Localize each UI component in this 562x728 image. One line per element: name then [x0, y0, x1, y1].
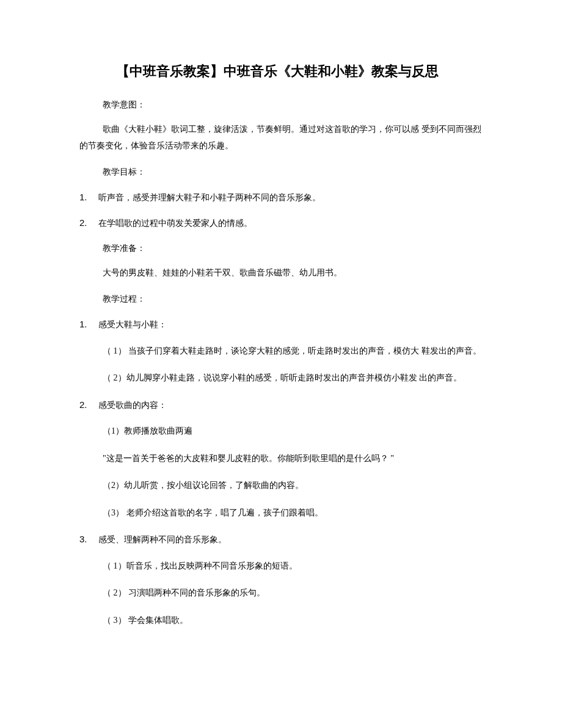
section-intent-label: 教学意图：	[103, 98, 483, 112]
process-quote: "这是一首关于爸爸的大皮鞋和婴儿皮鞋的歌。你能听到歌里唱的是什么吗？ "	[103, 451, 483, 467]
process-text: 感受歌曲的内容：	[98, 399, 167, 412]
process-text: 感受大鞋与小鞋：	[98, 318, 167, 332]
process-number: 1.	[79, 317, 87, 332]
goal-item: 2. 在学唱歌的过程中萌发关爱家人的情感。	[79, 216, 483, 230]
process-sub-item: （ 2）幼儿脚穿小鞋走路，说说穿小鞋的感受，听听走路时发出的声音并模仿小鞋发 出…	[79, 370, 483, 387]
goal-item: 1. 听声音，感受并理解大鞋子和小鞋子两种不同的音乐形象。	[79, 190, 483, 205]
goal-number: 1.	[79, 190, 87, 205]
goal-text: 在学唱歌的过程中萌发关爱家人的情感。	[98, 217, 252, 230]
process-sub-item: （ 3） 学会集体唱歌。	[103, 613, 483, 629]
process-text: 感受、理解两种不同的音乐形象。	[98, 533, 227, 547]
section-prep-body: 大号的男皮鞋、娃娃的小鞋若干双、歌曲音乐磁带、幼儿用书。	[103, 265, 483, 282]
section-prep-label: 教学准备：	[103, 242, 483, 255]
process-item: 2. 感受歌曲的内容：	[79, 398, 483, 412]
goal-number: 2.	[79, 216, 87, 230]
process-sub-item: （ 2） 习演唱两种不同的音乐形象的乐句。	[103, 585, 483, 602]
section-goals-label: 教学目标：	[103, 166, 483, 179]
section-process-label: 教学过程：	[103, 293, 483, 306]
process-item: 1. 感受大鞋与小鞋：	[79, 317, 483, 332]
process-sub-item: （1）教师播放歌曲两遍	[103, 423, 483, 440]
goal-text: 听声音，感受并理解大鞋子和小鞋子两种不同的音乐形象。	[98, 191, 321, 205]
process-sub-item: （ 1） 当孩子们穿着大鞋走路时，谈论穿大鞋的感觉，听走路时发出的声音，模仿大 …	[79, 343, 483, 360]
process-number: 2.	[79, 398, 87, 412]
process-sub-item: （2）幼儿听赏，按小组议论回答，了解歌曲的内容。	[103, 478, 483, 494]
document-title: 【中班音乐教案】中班音乐《大鞋和小鞋》教案与反思	[79, 61, 483, 81]
process-number: 3.	[79, 532, 87, 547]
process-item: 3. 感受、理解两种不同的音乐形象。	[79, 532, 483, 547]
process-sub-item: （ 1）听音乐，找出反映两种不同音乐形象的短语。	[103, 558, 483, 575]
process-sub-item: （3） 老师介绍这首歌的名字，唱了几遍，孩子们跟着唱。	[103, 505, 483, 522]
section-intent-body: 歌曲《大鞋小鞋》歌词工整，旋律活泼，节奏鲜明。通过对这首歌的学习，你可以感 受到…	[79, 122, 483, 154]
